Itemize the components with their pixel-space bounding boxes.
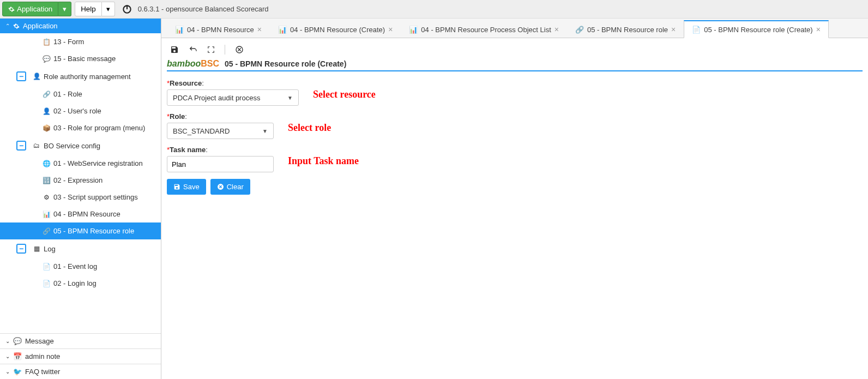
- close-icon[interactable]: ×: [554, 25, 559, 34]
- sidebar-item-label: 15 - Basic message: [53, 55, 116, 63]
- application-button[interactable]: Application: [2, 2, 58, 16]
- gear-icon: [8, 6, 15, 13]
- close-icon[interactable]: ×: [257, 25, 262, 34]
- role-value: BSC_STANDARD: [173, 127, 230, 135]
- sidebar-item-label: 02 - Login log: [53, 279, 97, 287]
- share-icon: 🔗: [43, 91, 50, 98]
- share-icon: 🔗: [43, 227, 50, 235]
- sidebar-tree[interactable]: 📋 13 - Form 💬 15 - Basic message − 👤 Rol…: [0, 33, 161, 333]
- sidebar-item-label: 01 - Event log: [53, 262, 97, 270]
- sidebar-item-label: 05 - BPMN Resource role: [53, 227, 134, 235]
- collapse-icon[interactable]: −: [16, 244, 26, 254]
- sidebar-item-label: 01 - WebService registration: [53, 159, 143, 167]
- form-icon: 📋: [43, 38, 50, 46]
- sidebar-panel-message[interactable]: ⌄ 💬 Message: [0, 333, 161, 348]
- gear-icon: [13, 23, 20, 29]
- application-button-label: Application: [17, 5, 52, 13]
- resource-label: *Resource:: [167, 79, 299, 87]
- chevron-down-icon: ⌄: [5, 338, 10, 344]
- application-caret-button[interactable]: ▾: [58, 2, 71, 16]
- sidebar-group-role-mgmt[interactable]: − 👤 Role authority management: [0, 67, 161, 86]
- message-icon: 💬: [43, 55, 50, 63]
- sidebar-panel-admin-note[interactable]: ⌄ 📅 admin note: [0, 348, 161, 364]
- sidebar-item-webservice[interactable]: 🌐 01 - WebService registration: [0, 155, 161, 172]
- tab-bpmn-resource-create[interactable]: 📊 04 - BPMN Resource (Create) ×: [270, 21, 401, 38]
- sidebar-item-expression[interactable]: 🔢 02 - Expression: [0, 172, 161, 189]
- expr-icon: 🔢: [43, 177, 50, 184]
- tab-bpmn-process-object-list[interactable]: 📊 04 - BPMN Resource Process Object List…: [401, 21, 567, 38]
- task-hint: Input Task name: [288, 155, 359, 167]
- sidebar-group-bo-service[interactable]: − 🗂 BO Service config: [0, 136, 161, 155]
- save-button-label: Save: [183, 183, 200, 191]
- sidebar-item-label: 04 - BPMN Resource: [53, 210, 120, 218]
- sidebar-item-users-role[interactable]: 👤 02 - User's role: [0, 103, 161, 119]
- tab-bpmn-resource-role-create[interactable]: 📄 05 - BPMN Resource role (Create) ×: [684, 20, 829, 38]
- tab-label: 05 - BPMN Resource role (Create): [704, 26, 812, 34]
- save-icon: [173, 183, 180, 190]
- sidebar-item-bpmn-resource[interactable]: 📊 04 - BPMN Resource: [0, 206, 161, 222]
- collapse-icon[interactable]: −: [16, 71, 26, 81]
- bpmn-icon: 📊: [43, 210, 50, 218]
- close-circle-icon[interactable]: [235, 45, 244, 54]
- undo-icon[interactable]: [189, 45, 197, 54]
- sidebar-item-script[interactable]: ⚙ 03 - Script support settings: [0, 189, 161, 206]
- sidebar-item-label: Log: [44, 245, 56, 253]
- sidebar-item-role[interactable]: 🔗 01 - Role: [0, 86, 161, 103]
- role-hint: Select role: [288, 122, 331, 134]
- twitter-icon: 🐦: [13, 368, 22, 376]
- power-icon[interactable]: [122, 4, 132, 15]
- close-icon[interactable]: ×: [388, 25, 393, 34]
- separator: [225, 45, 225, 55]
- resource-value: PDCA Project audit process: [173, 94, 260, 102]
- sidebar-item-basic-message[interactable]: 💬 15 - Basic message: [0, 50, 161, 67]
- chevron-down-icon: ⌄: [5, 353, 10, 359]
- role-dropdown[interactable]: BSC_STANDARD ▼: [167, 123, 274, 139]
- sidebar-item-label: 02 - Expression: [53, 176, 103, 184]
- user-icon: 👤: [43, 107, 50, 115]
- page-header: bambooBSC 05 - BPMN Resource role (Creat…: [167, 59, 863, 71]
- panel-label: FAQ twitter: [25, 368, 60, 376]
- resource-dropdown[interactable]: PDCA Project audit process ▼: [167, 89, 299, 106]
- sidebar-group-log[interactable]: − ▦ Log: [0, 239, 161, 258]
- close-icon[interactable]: ×: [671, 25, 676, 34]
- panel-label: Message: [25, 337, 54, 345]
- help-caret-button[interactable]: ▾: [102, 2, 115, 16]
- sidebar-item-event-log[interactable]: 📄 01 - Event log: [0, 258, 161, 275]
- caret-down-icon: ▼: [287, 95, 293, 101]
- sidebar-panel-faq-twitter[interactable]: ⌄ 🐦 FAQ twitter: [0, 364, 161, 379]
- tab-label: 04 - BPMN Resource Process Object List: [421, 26, 551, 34]
- calendar-icon: 📅: [13, 352, 22, 360]
- grid-icon: ▦: [33, 245, 40, 252]
- tab-label: 04 - BPMN Resource: [187, 26, 254, 34]
- help-button[interactable]: Help: [75, 2, 101, 16]
- sidebar: ⌃ Application 📋 13 - Form 💬 15 - Basic m…: [0, 19, 161, 379]
- box-icon: 📦: [43, 124, 50, 132]
- collapse-icon[interactable]: −: [16, 141, 26, 151]
- save-button[interactable]: Save: [167, 179, 206, 195]
- tab-bpmn-resource[interactable]: 📊 04 - BPMN Resource ×: [167, 21, 270, 38]
- sidebar-item-label: Role authority management: [44, 73, 131, 81]
- caret-down-icon: ▾: [63, 5, 67, 13]
- sidebar-item-label: 03 - Role for program (menu): [53, 124, 145, 132]
- clear-button[interactable]: Clear: [210, 179, 250, 195]
- tab-label: 04 - BPMN Resource (Create): [290, 26, 385, 34]
- sidebar-item-login-log[interactable]: 📄 02 - Login log: [0, 275, 161, 292]
- sidebar-item-role-program[interactable]: 📦 03 - Role for program (menu): [0, 119, 161, 136]
- close-icon[interactable]: ×: [816, 25, 821, 34]
- page-title: 05 - BPMN Resource role (Create): [225, 59, 346, 68]
- sidebar-item-form[interactable]: 📋 13 - Form: [0, 33, 161, 50]
- save-icon[interactable]: [170, 45, 179, 54]
- panel-label: admin note: [25, 352, 60, 360]
- tab-bpmn-resource-role[interactable]: 🔗 05 - BPMN Resource role ×: [567, 21, 684, 38]
- toolbar: [167, 45, 863, 55]
- content-area: 📊 04 - BPMN Resource × 📊 04 - BPMN Resou…: [161, 19, 868, 379]
- sidebar-item-bpmn-resource-role[interactable]: 🔗 05 - BPMN Resource role: [0, 222, 161, 239]
- tabbar: 📊 04 - BPMN Resource × 📊 04 - BPMN Resou…: [161, 19, 868, 38]
- caret-down-icon: ▾: [106, 5, 110, 13]
- task-name-input[interactable]: [167, 156, 274, 172]
- fullscreen-icon[interactable]: [207, 46, 215, 53]
- sidebar-panel-application[interactable]: ⌃ Application: [0, 19, 161, 33]
- user-icon: 👤: [33, 73, 40, 80]
- role-label: *Role:: [167, 112, 274, 121]
- message-icon: 💬: [13, 337, 22, 345]
